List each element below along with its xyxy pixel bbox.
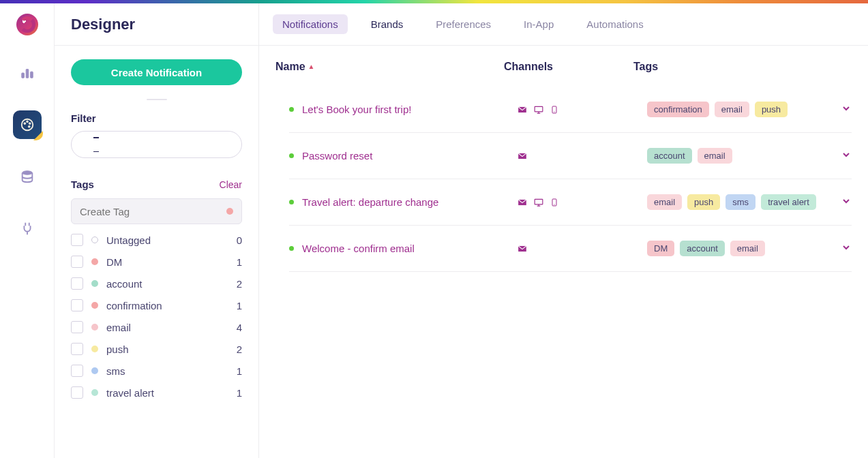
name-cell: Welcome - confirm email	[289, 243, 518, 254]
tags-cell: emailpushsmstravel alert	[647, 194, 824, 210]
tag-color-dot	[91, 389, 98, 396]
palette-icon	[20, 117, 35, 132]
clear-tags-button[interactable]: Clear	[220, 179, 242, 190]
tag-filter-row[interactable]: email 4	[71, 321, 242, 333]
tag-color-dot	[91, 302, 98, 309]
table-row: Let's Book your first trip!confirmatione…	[289, 82, 852, 133]
tag-count: 4	[237, 322, 242, 333]
checkbox[interactable]	[71, 386, 83, 399]
row-expand-button[interactable]	[824, 103, 852, 117]
nav-designer[interactable]	[13, 110, 42, 139]
channels-cell	[518, 198, 647, 207]
tag-filter-row[interactable]: confirmation 1	[71, 299, 242, 311]
row-expand-button[interactable]	[824, 196, 852, 209]
tag-count: 0	[237, 234, 242, 246]
main-header: Notifications Brands Preferences In-App …	[259, 3, 868, 46]
tag-pill: email	[647, 194, 682, 210]
search-input-wrap[interactable]	[71, 131, 242, 158]
email-icon	[518, 244, 527, 254]
name-cell: Travel alert: departure change	[289, 196, 518, 208]
chevron-down-icon	[841, 242, 852, 253]
svg-point-5	[26, 121, 28, 123]
tags-cell: accountemail	[647, 148, 824, 164]
nav-rail	[0, 3, 55, 458]
tag-filter-row[interactable]: account 2	[71, 277, 242, 290]
tag-color-dot	[91, 346, 98, 352]
tag-count: 2	[237, 278, 242, 290]
tag-name: account	[106, 278, 228, 290]
tag-color-dot	[226, 208, 233, 215]
search-input[interactable]	[102, 139, 232, 151]
name-cell: Let's Book your first trip!	[289, 104, 518, 115]
mobile-icon	[550, 198, 558, 207]
tag-count: 1	[237, 300, 242, 311]
email-icon	[518, 151, 527, 161]
checkbox[interactable]	[71, 256, 83, 268]
tab-automations[interactable]: Automations	[577, 14, 653, 34]
tag-filter-row[interactable]: travel alert 1	[71, 386, 242, 399]
tag-filter-row[interactable]: DM 1	[71, 256, 242, 268]
tag-count: 1	[237, 365, 242, 377]
tag-pill: push	[755, 102, 788, 117]
tag-name: confirmation	[106, 300, 228, 311]
checkbox[interactable]	[71, 299, 83, 311]
notification-link[interactable]: Travel alert: departure change	[302, 196, 438, 208]
col-channels[interactable]: Channels	[504, 61, 633, 73]
notification-link[interactable]: Password reset	[302, 150, 372, 162]
tag-pill: email	[698, 148, 732, 164]
col-tags[interactable]: Tags	[633, 61, 824, 73]
status-dot	[289, 107, 294, 112]
svg-point-4	[23, 123, 25, 125]
tag-name: push	[106, 344, 228, 355]
create-notification-button[interactable]: Create Notification	[71, 59, 242, 85]
tags-cell: confirmationemailpush	[647, 102, 824, 117]
tag-pill: travel alert	[761, 194, 816, 210]
tag-pill: account	[680, 241, 725, 256]
tag-pill: DM	[647, 241, 674, 256]
notifications-table: Name ▲ Channels Tags Let's Book your fir…	[275, 61, 852, 272]
name-cell: Password reset	[289, 150, 518, 162]
row-expand-button[interactable]	[824, 149, 852, 163]
create-tag-input-wrap[interactable]	[71, 198, 242, 224]
tag-pill: push	[687, 194, 720, 210]
status-dot	[289, 246, 294, 251]
channels-cell	[518, 151, 647, 161]
chevron-down-icon	[841, 103, 852, 114]
svg-rect-1	[26, 70, 29, 78]
main-area: Notifications Brands Preferences In-App …	[259, 3, 868, 458]
nav-analytics[interactable]	[13, 59, 42, 87]
status-dot	[289, 153, 294, 158]
svg-rect-14	[535, 106, 543, 112]
checkbox[interactable]	[71, 234, 83, 246]
channels-cell	[518, 244, 647, 254]
tag-filter-row[interactable]: sms 1	[71, 365, 242, 377]
table-row: Travel alert: departure changeemailpushs…	[289, 179, 852, 226]
tag-color-dot	[91, 258, 98, 265]
notification-link[interactable]: Let's Book your first trip!	[302, 104, 411, 115]
col-name[interactable]: Name ▲	[275, 61, 504, 73]
tab-inapp[interactable]: In-App	[514, 14, 563, 34]
checkbox[interactable]	[71, 321, 83, 333]
tag-filter-row[interactable]: push 2	[71, 343, 242, 355]
tab-brands[interactable]: Brands	[361, 14, 413, 34]
main-tabs: Notifications Brands Preferences In-App …	[273, 14, 653, 34]
tab-notifications[interactable]: Notifications	[273, 14, 348, 34]
tag-filter-row[interactable]: Untagged 0	[71, 234, 242, 246]
tag-pill: email	[715, 102, 749, 117]
tab-preferences[interactable]: Preferences	[426, 14, 500, 34]
checkbox[interactable]	[71, 365, 83, 377]
tag-count: 1	[237, 256, 242, 268]
tag-pill: account	[647, 148, 692, 164]
nav-integrations[interactable]	[13, 214, 42, 243]
tag-color-dot	[91, 324, 98, 331]
checkbox[interactable]	[71, 343, 83, 355]
sidebar: Designer Create Notification Filter Tags…	[55, 3, 259, 458]
create-tag-input[interactable]	[80, 206, 220, 217]
notification-link[interactable]: Welcome - confirm email	[302, 243, 415, 254]
checkbox[interactable]	[71, 277, 83, 290]
email-icon	[518, 105, 527, 114]
channels-cell	[518, 105, 647, 114]
tag-color-dot	[91, 367, 98, 374]
nav-data[interactable]	[13, 162, 42, 191]
row-expand-button[interactable]	[824, 242, 852, 256]
